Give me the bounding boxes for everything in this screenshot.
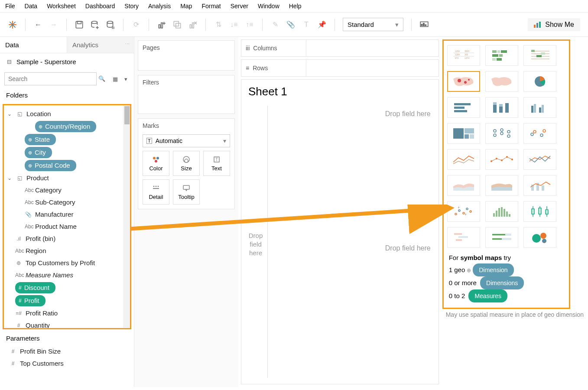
scrollbar[interactable] — [123, 105, 131, 328]
new-worksheet-icon[interactable] — [157, 20, 166, 29]
mark-size[interactable]: Size — [173, 151, 200, 176]
field-category[interactable]: AbcCategory — [6, 184, 128, 196]
field-product-name[interactable]: AbcProduct Name — [6, 221, 128, 233]
menu-window[interactable]: Window — [258, 3, 279, 10]
viz-line-cont[interactable] — [447, 149, 480, 170]
drop-target-main[interactable]: Drop field here — [385, 244, 431, 252]
viz-treemap[interactable] — [447, 123, 480, 144]
refresh-icon[interactable]: ⟳ — [131, 20, 141, 29]
tab-analytics[interactable]: Analytics — [67, 37, 134, 53]
field-sub-category[interactable]: AbcSub-Category — [6, 196, 128, 208]
highlight-icon[interactable]: ✎ — [270, 20, 280, 29]
logo-icon[interactable] — [8, 20, 17, 29]
folder-location[interactable]: ⌄◱Location — [6, 108, 128, 120]
viz-area-disc[interactable] — [485, 175, 518, 196]
svg-point-29 — [153, 157, 156, 159]
viz-pie[interactable] — [523, 71, 556, 92]
duplicate-icon[interactable] — [172, 20, 182, 29]
field-manufacturer[interactable]: 📎Manufacturer — [6, 208, 128, 221]
menu-help[interactable]: Help — [289, 3, 302, 10]
svg-rect-52 — [492, 54, 498, 57]
pause-data-icon[interactable] — [106, 20, 115, 29]
new-datasource-icon[interactable] — [90, 20, 100, 29]
field-quantity[interactable]: #Quantity — [6, 319, 128, 329]
viz-bullet[interactable] — [485, 227, 518, 248]
show-me-button[interactable]: Show Me — [528, 18, 580, 31]
menu-story[interactable]: Story — [124, 3, 139, 10]
totals-icon[interactable]: T — [302, 20, 311, 29]
mark-type-select[interactable]: TAutomatic — [143, 134, 230, 147]
dropdown-icon[interactable]: ▾ — [122, 75, 130, 83]
viz-histogram[interactable] — [485, 201, 518, 222]
viz-gantt[interactable] — [447, 227, 480, 248]
viz-scatter[interactable]: ++ — [447, 201, 480, 222]
param-profit-bin-size[interactable]: #Profit Bin Size — [0, 345, 134, 358]
viz-heat-map[interactable] — [485, 45, 518, 66]
viz-hbar[interactable] — [447, 97, 480, 118]
field-profit[interactable]: #Profit — [6, 294, 128, 307]
viz-side-bar[interactable] — [523, 97, 556, 118]
field-region[interactable]: AbcRegion — [6, 245, 128, 257]
pages-shelf[interactable]: Pages — [138, 40, 235, 71]
viz-dual-combo[interactable] — [523, 175, 556, 196]
viz-line-disc[interactable] — [485, 149, 518, 170]
fit-select[interactable]: Standard — [343, 18, 403, 31]
drop-target-top[interactable]: Drop field here — [385, 110, 431, 118]
datasource-name[interactable]: ⊟ Sample - Superstore — [0, 53, 134, 70]
folder-product[interactable]: ⌄◱Product — [6, 172, 128, 184]
field-profit-ratio[interactable]: =#Profit Ratio — [6, 307, 128, 319]
field-discount[interactable]: #Discount — [6, 281, 128, 294]
rows-shelf[interactable]: ≡Rows — [241, 59, 439, 77]
search-input[interactable] — [4, 72, 97, 85]
mark-text[interactable]: TText — [203, 151, 230, 176]
drop-target-left[interactable]: Dropfieldhere — [245, 231, 266, 257]
swap-icon[interactable]: ⇅ — [214, 20, 223, 29]
viz-dual-line[interactable] — [523, 149, 556, 170]
menu-server[interactable]: Server — [231, 3, 248, 10]
field-city[interactable]: ⊕City — [6, 146, 128, 159]
viz-text-table[interactable]: 1294382913843009721374 — [447, 45, 480, 66]
viz-circle-views[interactable] — [485, 123, 518, 144]
clear-icon[interactable] — [188, 20, 198, 29]
columns-shelf[interactable]: iiiColumns — [241, 39, 439, 57]
presentation-icon[interactable] — [419, 20, 429, 29]
sort-desc-icon[interactable]: ↑≡ — [245, 20, 254, 29]
field-measure-names[interactable]: AbcMeasure Names — [6, 269, 128, 281]
viz-filled-map[interactable] — [485, 71, 518, 92]
filters-shelf[interactable]: Filters — [138, 75, 235, 114]
menu-worksheet[interactable]: Worksheet — [47, 3, 76, 10]
tab-data[interactable]: Data — [0, 37, 67, 53]
field-postal-code[interactable]: ⊕Postal Code — [6, 159, 128, 172]
menu-dashboard[interactable]: Dashboard — [85, 3, 115, 10]
viz-packed-bubbles[interactable] — [523, 227, 556, 248]
viz-area-cont[interactable] — [447, 175, 480, 196]
param-top-customers[interactable]: #Top Customers — [0, 358, 134, 370]
back-icon[interactable]: ← — [33, 20, 43, 29]
field-country-region[interactable]: ⊕⊕Country/Region — [6, 120, 128, 133]
sheet-title[interactable]: Sheet 1 — [241, 80, 439, 104]
field-profit-bin[interactable]: .ılProfit (bin) — [6, 233, 128, 245]
save-icon[interactable] — [75, 20, 84, 29]
viz-stacked-bar[interactable] — [485, 97, 518, 118]
menu-analysis[interactable]: Analysis — [148, 3, 171, 10]
menu-data[interactable]: Data — [25, 3, 38, 10]
field-state[interactable]: ⊕State — [6, 133, 128, 146]
mark-detail[interactable]: Detail — [143, 179, 169, 205]
menu-format[interactable]: Format — [201, 3, 221, 10]
svg-point-32 — [183, 156, 189, 162]
group-icon[interactable]: 📎 — [286, 20, 296, 29]
mark-color[interactable]: Color — [143, 151, 169, 176]
sort-asc-icon[interactable]: ↓≡ — [229, 20, 239, 29]
viz-highlight-table[interactable] — [523, 45, 556, 66]
viz-side-circles[interactable] — [523, 123, 556, 144]
mark-tooltip[interactable]: Tooltip — [173, 179, 200, 205]
viz-box-plot[interactable] — [523, 201, 556, 222]
viz-symbol-map[interactable] — [447, 71, 480, 92]
field-top-customers[interactable]: ⊚Top Customers by Profit — [6, 257, 128, 269]
view[interactable]: Sheet 1 Drop field here Drop field here … — [241, 79, 439, 384]
menu-file[interactable]: File — [5, 3, 15, 10]
forward-icon[interactable]: → — [49, 20, 58, 29]
pin-icon[interactable]: 📌 — [317, 20, 327, 29]
view-toggle-icon[interactable]: ▦ — [111, 75, 119, 83]
menu-map[interactable]: Map — [180, 3, 192, 10]
